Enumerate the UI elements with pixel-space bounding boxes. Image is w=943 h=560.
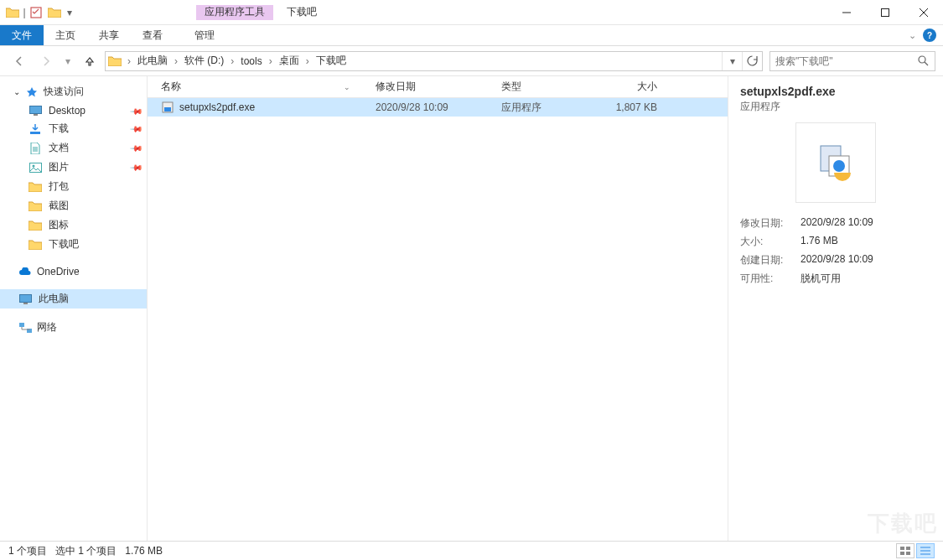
address-history-dropdown[interactable]: ▾: [722, 52, 742, 70]
folder-icon: [28, 181, 42, 193]
sidebar-item-label: 图标: [49, 218, 69, 232]
star-icon: [25, 86, 39, 98]
column-type[interactable]: 类型: [495, 80, 580, 94]
sidebar-item-pictures[interactable]: 图片 📌: [0, 158, 147, 177]
status-selected-size: 1.76 MB: [125, 545, 163, 557]
sidebar-this-pc[interactable]: 此电脑: [0, 289, 147, 309]
prop-avail-label: 可用性:: [740, 272, 794, 286]
svg-rect-2: [882, 8, 889, 16]
tab-share[interactable]: 共享: [87, 25, 131, 45]
svg-rect-13: [23, 303, 28, 304]
sidebar-quick-access[interactable]: ⌄ 快速访问: [0, 81, 147, 102]
navigation-pane: ⌄ 快速访问 Desktop 📌 下载 📌 文档 📌 图片 📌 打包: [0, 76, 148, 541]
sidebar-item-folder[interactable]: 截图: [0, 196, 147, 215]
view-large-icons-button[interactable]: [896, 543, 915, 558]
sidebar-item-label: 下载吧: [49, 237, 79, 251]
up-button[interactable]: [78, 51, 101, 71]
sidebar-item-label: 图片: [49, 160, 69, 174]
breadcrumb-this-pc[interactable]: 此电脑: [134, 54, 171, 68]
ribbon: 文件 主页 共享 查看 管理 ⌄ ?: [0, 25, 943, 46]
breadcrumb-current[interactable]: 下载吧: [313, 54, 350, 68]
svg-rect-8: [34, 114, 38, 116]
tab-file[interactable]: 文件: [0, 25, 44, 45]
minimize-button[interactable]: [827, 0, 866, 25]
prop-size-label: 大小:: [740, 235, 794, 249]
breadcrumb-tools[interactable]: tools: [237, 55, 265, 67]
sidebar-quick-access-label: 快速访问: [44, 85, 84, 99]
details-thumbnail: [795, 122, 876, 203]
search-box[interactable]: [769, 51, 935, 71]
breadcrumb-chevron-icon[interactable]: ›: [124, 55, 134, 67]
chevron-down-icon[interactable]: ⌄: [13, 87, 20, 96]
column-name[interactable]: 名称 ⌄: [154, 80, 369, 94]
sort-indicator-icon: ⌄: [344, 83, 362, 91]
details-subtype: 应用程序: [740, 100, 931, 114]
folder-icon: [28, 220, 42, 231]
sidebar-item-label: 文档: [49, 141, 69, 155]
qat-dropdown-icon[interactable]: ▾: [64, 3, 75, 22]
prop-avail-value: 脱机可用: [801, 272, 931, 286]
sidebar-item-label: 截图: [49, 199, 69, 213]
pin-icon: 📌: [130, 104, 143, 117]
content: ⌄ 快速访问 Desktop 📌 下载 📌 文档 📌 图片 📌 打包: [0, 76, 943, 541]
prop-created-value: 2020/9/28 10:09: [801, 253, 931, 267]
maximize-button[interactable]: [866, 0, 904, 25]
breadcrumb-chevron-icon[interactable]: ›: [171, 55, 181, 67]
svg-rect-0: [31, 8, 41, 18]
svg-rect-9: [30, 132, 40, 134]
pin-icon: 📌: [130, 141, 143, 154]
close-button[interactable]: [904, 0, 943, 25]
folder-icon: [28, 200, 42, 212]
search-icon[interactable]: [911, 55, 935, 66]
back-button[interactable]: [8, 51, 31, 71]
file-date: 2020/9/28 10:09: [369, 101, 495, 113]
view-details-button[interactable]: [916, 543, 935, 558]
column-size[interactable]: 大小: [580, 80, 664, 94]
pin-icon: 📌: [130, 122, 143, 135]
network-icon: [18, 322, 32, 334]
refresh-button[interactable]: [742, 52, 762, 70]
qat-properties-icon[interactable]: [27, 3, 45, 22]
tab-view[interactable]: 查看: [131, 25, 174, 45]
sidebar-network[interactable]: 网络: [0, 317, 147, 338]
file-row[interactable]: setupxls2pdf.exe 2020/9/28 10:09 应用程序 1,…: [148, 98, 728, 117]
svg-point-20: [833, 160, 845, 172]
prop-size-value: 1.76 MB: [801, 235, 931, 249]
address-bar[interactable]: › 此电脑 › 软件 (D:) › tools › 桌面 › 下载吧 ▾: [105, 51, 763, 71]
sidebar-item-documents[interactable]: 文档 📌: [0, 138, 147, 158]
sidebar-item-folder[interactable]: 图标: [0, 215, 147, 235]
breadcrumb-chevron-icon[interactable]: ›: [227, 55, 237, 67]
svg-rect-14: [19, 323, 24, 327]
breadcrumb-drive[interactable]: 软件 (D:): [181, 54, 227, 68]
status-selected: 选中 1 个项目: [55, 544, 117, 558]
breadcrumb-chevron-icon[interactable]: ›: [303, 55, 313, 67]
recent-locations-icon[interactable]: ▾: [61, 51, 75, 71]
forward-button[interactable]: [34, 51, 58, 71]
sidebar-item-folder[interactable]: 下载吧: [0, 235, 147, 254]
status-items: 1 个项目: [8, 544, 47, 558]
tab-manage[interactable]: 管理: [183, 25, 226, 45]
qat-new-folder-icon[interactable]: [45, 3, 64, 22]
sidebar-network-label: 网络: [37, 320, 57, 334]
folder-icon: [3, 3, 22, 22]
sidebar-item-desktop[interactable]: Desktop 📌: [0, 102, 147, 119]
sidebar-item-downloads[interactable]: 下载 📌: [0, 119, 147, 138]
details-properties: 修改日期: 2020/9/28 10:09 大小: 1.76 MB 创建日期: …: [740, 216, 931, 286]
address-folder-icon: [106, 55, 124, 66]
ribbon-expand-icon[interactable]: ⌄: [909, 30, 916, 41]
desktop-icon: [28, 105, 42, 117]
breadcrumb-chevron-icon[interactable]: ›: [266, 55, 276, 67]
sidebar-onedrive[interactable]: OneDrive: [0, 262, 147, 281]
search-input[interactable]: [770, 55, 911, 67]
file-list[interactable]: setupxls2pdf.exe 2020/9/28 10:09 应用程序 1,…: [148, 98, 728, 541]
column-date[interactable]: 修改日期: [369, 80, 495, 94]
file-name: setupxls2pdf.exe: [179, 101, 255, 113]
sidebar-item-folder[interactable]: 打包: [0, 177, 147, 196]
help-icon[interactable]: ?: [923, 29, 936, 42]
tab-home[interactable]: 主页: [44, 25, 87, 45]
column-headers: 名称 ⌄ 修改日期 类型 大小: [148, 76, 728, 98]
breadcrumb-desktop[interactable]: 桌面: [276, 54, 303, 68]
pc-icon: [18, 293, 32, 305]
pin-icon: 📌: [130, 160, 143, 174]
file-pane: 名称 ⌄ 修改日期 类型 大小 setupxls2pdf.exe 2020/9/…: [148, 76, 728, 541]
